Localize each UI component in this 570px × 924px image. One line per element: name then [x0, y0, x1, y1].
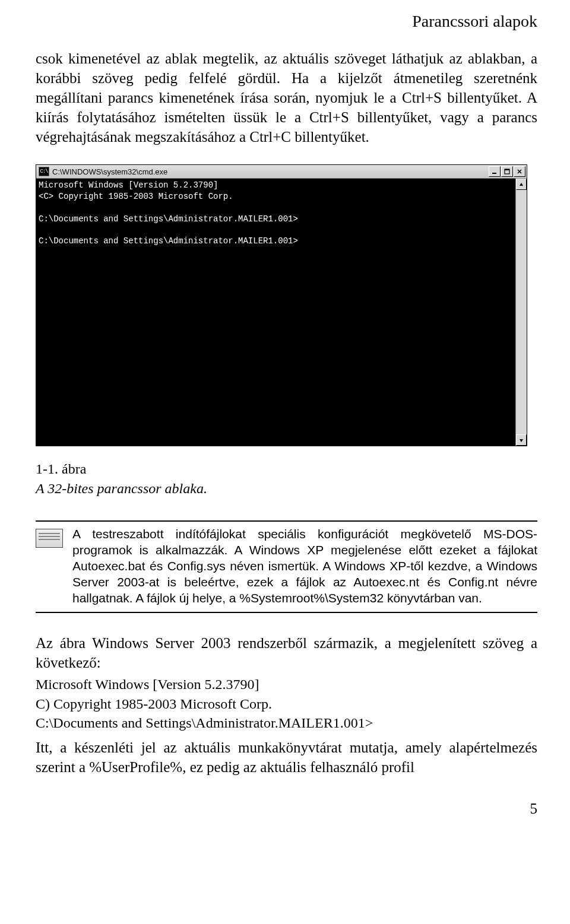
scroll-down-button[interactable] [516, 434, 527, 446]
page-number: 5 [36, 801, 537, 817]
terminal-line: Microsoft Windows [Version 5.2.3790] [39, 180, 218, 190]
page-header: Parancssori alapok [36, 12, 537, 31]
code-line: C:\Documents and Settings\Administrator.… [36, 713, 537, 732]
code-line: Microsoft Windows [Version 5.2.3790] [36, 675, 537, 694]
titlebar[interactable]: C:\ C:\WINDOWS\system32\cmd.exe [36, 165, 527, 179]
scroll-up-button[interactable] [516, 179, 527, 190]
svg-rect-0 [492, 173, 496, 174]
svg-rect-2 [505, 169, 509, 170]
terminal-output[interactable]: Microsoft Windows [Version 5.2.3790] <C>… [36, 179, 515, 446]
paragraph-2: Az ábra Windows Server 2003 rendszerből … [36, 633, 537, 672]
scrollbar[interactable] [515, 179, 527, 446]
close-button[interactable] [514, 166, 525, 177]
terminal-line: C:\Documents and Settings\Administrator.… [39, 236, 298, 246]
terminal-line: <C> Copyright 1985-2003 Microsoft Corp. [39, 192, 233, 201]
figure-caption: A 32-bites parancssor ablaka. [36, 481, 537, 497]
paragraph-3: Itt, a készenléti jel az aktuális munkak… [36, 738, 537, 777]
maximize-button[interactable] [501, 166, 513, 177]
window-title: C:\WINDOWS\system32\cmd.exe [52, 167, 489, 176]
minimize-button[interactable] [489, 166, 501, 177]
scroll-track[interactable] [516, 190, 527, 434]
note-box: A testreszabott indítófájlokat speciális… [36, 520, 537, 613]
svg-marker-4 [520, 439, 523, 442]
cmd-window: C:\ C:\WINDOWS\system32\cmd.exe Microsof… [36, 164, 527, 446]
paragraph-1: csok kimenetével az ablak megtelik, az a… [36, 49, 537, 147]
terminal-line: C:\Documents and Settings\Administrator.… [39, 214, 298, 224]
note-text: A testreszabott indítófájlokat speciális… [72, 526, 537, 606]
svg-marker-3 [520, 183, 523, 186]
note-icon [36, 529, 63, 548]
code-line: C) Copyright 1985-2003 Microsoft Corp. [36, 694, 537, 713]
cmd-icon: C:\ [39, 167, 49, 176]
figure-label: 1-1. ábra [36, 461, 537, 477]
